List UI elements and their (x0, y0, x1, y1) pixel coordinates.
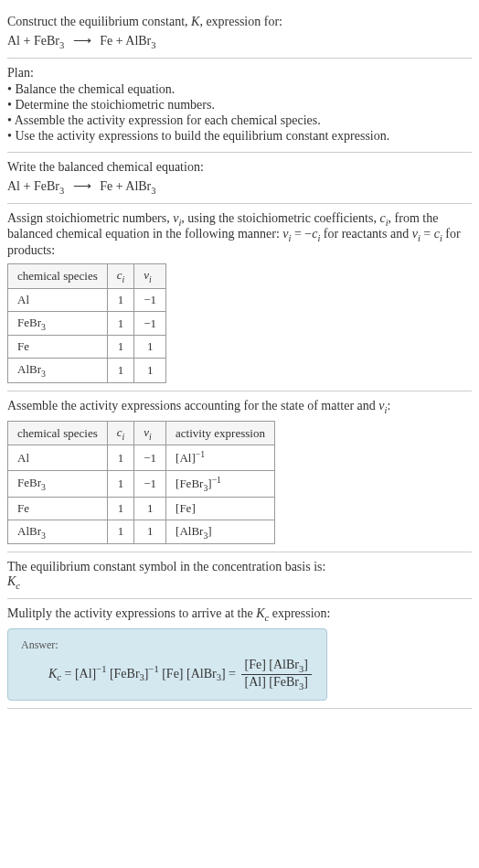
th-species: chemical species (8, 264, 108, 289)
stoich-eq2: = (420, 227, 434, 241)
kcbasis-symbol: Kc (7, 574, 472, 591)
intro-prompt2: , expression for: (199, 15, 282, 28)
table-row: Fe 1 1 [Fe] (8, 497, 275, 520)
activity-t2: : (387, 399, 390, 413)
stoich-t4: for reactants and (320, 227, 411, 241)
answer-t3: [Fe] [AlBr (159, 666, 217, 680)
td-ci: 1 (107, 288, 134, 311)
td-activity: [FeBr3]−1 (166, 470, 275, 497)
td-activity: [Fe] (166, 497, 275, 520)
kcbasis-section: The equilibrium constant symbol in the c… (7, 552, 472, 599)
plan-item: • Assemble the activity expression for e… (7, 113, 472, 128)
plan-list: • Balance the chemical equation. • Deter… (7, 82, 472, 144)
table-row: Al 1 −1 [Al]−1 (8, 445, 275, 470)
th-species: chemical species (8, 421, 108, 445)
th-ci-sub: i (122, 274, 125, 284)
act-sup: −1 (212, 475, 221, 485)
num-close: ] (303, 658, 308, 671)
act-close: ] (208, 524, 211, 538)
td-nui: 1 (134, 497, 166, 520)
td-nui: 1 (134, 336, 166, 359)
stoich-text: Assign stoichiometric numbers, νi, using… (7, 211, 472, 259)
td-ci: 1 (107, 445, 134, 470)
stoich-t2: , using the stoichiometric coefficients, (181, 211, 379, 225)
th-ci: ci (107, 421, 134, 445)
td-species: Al (8, 288, 108, 311)
stoich-t1: Assign stoichiometric numbers, (7, 211, 173, 225)
answer-t3close: ] = (221, 666, 240, 680)
td-nui: 1 (134, 520, 166, 544)
th-nui: νi (134, 264, 166, 289)
th-activity: activity expression (166, 421, 275, 445)
th-nui: νi (134, 421, 166, 445)
activity-text: Assemble the activity expressions accoun… (7, 399, 472, 415)
arrow-icon: ⟶ (73, 179, 91, 193)
td-species-sub: 3 (41, 530, 46, 540)
td-nui: −1 (134, 311, 166, 336)
table-row: FeBr3 1 −1 (8, 311, 166, 336)
table-row: Fe 1 1 (8, 336, 166, 359)
td-species-base: AlBr (17, 362, 41, 376)
balanced-title: Write the balanced chemical equation: (7, 160, 472, 175)
td-species-base: FeBr (17, 476, 41, 489)
plan-item: • Use the activity expressions to build … (7, 129, 472, 144)
intro-eq-sub2: 3 (151, 40, 155, 50)
act-base: [FeBr (176, 477, 203, 490)
activity-table: chemical species ci νi activity expressi… (7, 421, 275, 544)
td-nui: −1 (134, 288, 166, 311)
stoich-eq1: = − (291, 227, 312, 241)
balanced-eq-sub1: 3 (59, 186, 64, 196)
den-close: ] (303, 675, 308, 689)
table-row: FeBr3 1 −1 [FeBr3]−1 (8, 470, 275, 497)
td-species: FeBr3 (8, 311, 108, 336)
answer-s2: −1 (149, 664, 159, 674)
kcbasis-text: The equilibrium constant symbol in the c… (7, 560, 472, 574)
td-species-sub: 3 (41, 321, 46, 331)
td-species: Al (8, 445, 108, 470)
answer-eq: = (61, 666, 75, 680)
activity-t1: Assemble the activity expressions accoun… (7, 399, 378, 413)
table-row: Al 1 −1 (8, 288, 166, 311)
td-species-sub: 3 (41, 481, 46, 491)
answer-label: Answer: (21, 638, 314, 652)
kcbasis-k: K (7, 574, 16, 588)
multiply-t2: expression: (269, 606, 330, 620)
td-species: Fe (8, 336, 108, 359)
answer-numerator: [Fe] [AlBr3] (241, 658, 312, 675)
td-species-base: AlBr (17, 524, 41, 538)
intro-prompt: Construct the equilibrium constant, (7, 15, 191, 28)
balanced-eq-left: Al + FeBr (7, 179, 59, 193)
multiply-text: Mulitply the activity expressions to arr… (7, 606, 472, 623)
intro-eq-right: Fe + AlBr (100, 34, 151, 48)
table-header-row: chemical species ci νi (8, 264, 166, 289)
multiply-section: Mulitply the activity expressions to arr… (7, 599, 472, 709)
td-nui: −1 (134, 470, 166, 497)
td-ci: 1 (107, 520, 134, 544)
answer-k: K (48, 666, 57, 680)
act-base: [AlBr (176, 524, 203, 538)
answer-denominator: [Al] [FeBr3] (241, 675, 312, 691)
balanced-eq-sub2: 3 (151, 186, 155, 196)
answer-expression: Kc = [Al]−1 [FeBr3]−1 [Fe] [AlBr3] = [Fe… (21, 658, 314, 691)
intro-eq-sub1: 3 (59, 40, 64, 50)
plan-item: • Determine the stoichiometric numbers. (7, 98, 472, 113)
intro-equation: Al + FeBr3 ⟶ Fe + AlBr3 (7, 33, 472, 50)
intro-eq-left: Al + FeBr (7, 34, 59, 48)
td-nui: 1 (134, 359, 166, 383)
multiply-k: K (256, 606, 264, 620)
td-ci: 1 (107, 359, 134, 383)
multiply-t1: Mulitply the activity expressions to arr… (7, 606, 256, 620)
answer-box: Answer: Kc = [Al]−1 [FeBr3]−1 [Fe] [AlBr… (7, 628, 327, 702)
plan-item: • Balance the chemical equation. (7, 82, 472, 97)
td-ci: 1 (107, 470, 134, 497)
answer-fraction: [Fe] [AlBr3] [Al] [FeBr3] (241, 658, 312, 691)
answer-t1: [Al] (75, 666, 96, 680)
stoich-table: chemical species ci νi Al 1 −1 FeBr3 1 −… (7, 263, 166, 383)
table-row: AlBr3 1 1 (8, 359, 166, 383)
td-ci: 1 (107, 497, 134, 520)
td-ci: 1 (107, 336, 134, 359)
num-t: [Fe] [AlBr (245, 658, 300, 671)
intro-section: Construct the equilibrium constant, K, e… (7, 7, 472, 59)
den-t: [Al] [FeBr (245, 675, 300, 689)
answer-t2: [FeBr (106, 666, 139, 680)
